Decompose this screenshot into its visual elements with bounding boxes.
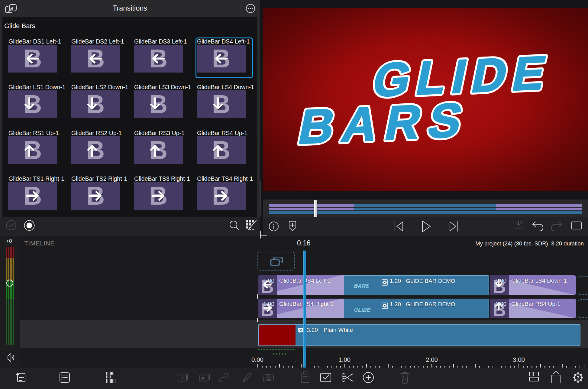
svg-text:?: ?: [577, 375, 580, 381]
svg-text:BARS: BARS: [294, 92, 475, 154]
